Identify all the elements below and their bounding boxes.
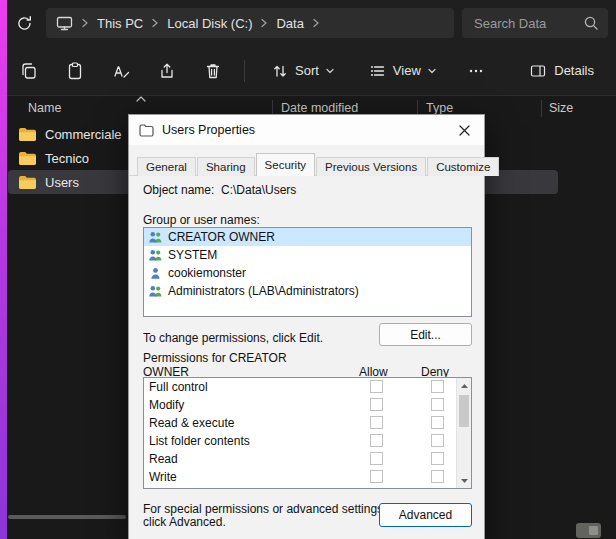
group-name: CREATOR OWNER (168, 230, 275, 244)
allow-checkbox[interactable] (370, 380, 383, 393)
details-panel-icon (529, 62, 547, 80)
permission-name: Read (149, 452, 178, 466)
group-row-administrators[interactable]: Administrators (LAB\Administrators) (144, 282, 471, 300)
user-icon (148, 267, 163, 280)
group-icon (148, 285, 163, 298)
sort-icon (271, 62, 289, 80)
group-icon (148, 249, 163, 262)
file-name: Users (45, 175, 79, 190)
dialog-titlebar[interactable]: Users Properties (129, 115, 484, 145)
group-row-creator-owner[interactable]: CREATOR OWNER (144, 228, 471, 246)
permissions-list[interactable]: Full control Modify Read & execute List … (143, 377, 472, 489)
refresh-icon (16, 15, 33, 32)
edit-hint: To change permissions, click Edit. (143, 331, 323, 345)
column-header-name[interactable]: Name (28, 101, 61, 115)
permission-row-full-control[interactable]: Full control (144, 378, 471, 396)
search-icon (583, 15, 599, 31)
tab-previous-versions[interactable]: Previous Versions (316, 157, 426, 176)
folder-icon (18, 127, 37, 142)
file-name: Commerciale (45, 127, 122, 142)
close-button[interactable] (444, 115, 484, 145)
tab-security[interactable]: Security (256, 153, 316, 176)
close-icon (459, 125, 470, 136)
breadcrumb-data[interactable]: Data (276, 16, 303, 31)
permission-name: Read & execute (149, 416, 234, 430)
explorer-toolbar: Sort View (0, 46, 616, 96)
share-button[interactable] (150, 54, 184, 88)
explorer-topbar: This PC Local Disk (C:) Data (0, 0, 616, 46)
left-accent-strip (0, 0, 7, 539)
column-divider[interactable] (541, 100, 542, 117)
deny-checkbox[interactable] (431, 416, 444, 429)
view-button[interactable]: View (361, 56, 445, 86)
group-name: cookiemonster (168, 266, 246, 280)
object-name-value: C:\Data\Users (221, 183, 296, 197)
deny-checkbox[interactable] (431, 452, 444, 465)
allow-checkbox[interactable] (370, 434, 383, 447)
file-name: Tecnico (45, 151, 89, 166)
permissions-header: Permissions for CREATOR OWNER (143, 351, 293, 379)
column-header-date-modified[interactable]: Date modified (281, 101, 358, 115)
deny-checkbox[interactable] (431, 470, 444, 483)
share-icon (157, 61, 177, 81)
advanced-button[interactable]: Advanced (379, 503, 472, 527)
column-header-size[interactable]: Size (549, 101, 573, 115)
permission-name: Modify (149, 398, 184, 412)
tab-customize[interactable]: Customize (427, 157, 499, 176)
delete-button[interactable] (196, 54, 230, 88)
permission-row-modify[interactable]: Modify (144, 396, 471, 414)
scrollbar-thumb[interactable] (459, 395, 469, 427)
scroll-down-icon[interactable] (457, 473, 471, 488)
more-options-button[interactable] (461, 56, 491, 86)
chevron-right-icon (81, 18, 89, 28)
horizontal-scrollbar-thumb[interactable] (8, 515, 126, 519)
permissions-scrollbar[interactable] (456, 378, 471, 488)
copy-icon (19, 61, 39, 81)
rename-button[interactable] (104, 54, 138, 88)
group-user-list[interactable]: CREATOR OWNER SYSTEM cookiemonster Admin… (143, 227, 472, 317)
sort-label: Sort (295, 63, 319, 78)
group-name: SYSTEM (168, 248, 217, 262)
permission-row-list-folder-contents[interactable]: List folder contents (144, 432, 471, 450)
deny-checkbox[interactable] (431, 380, 444, 393)
trash-icon (203, 61, 223, 81)
paste-button[interactable] (58, 54, 92, 88)
permission-row-write[interactable]: Write (144, 468, 471, 486)
allow-checkbox[interactable] (370, 470, 383, 483)
users-properties-dialog: Users Properties General Sharing Securit… (128, 114, 485, 539)
breadcrumb-local-disk-c[interactable]: Local Disk (C:) (167, 16, 252, 31)
address-bar[interactable]: This PC Local Disk (C:) Data (46, 8, 454, 38)
refresh-button[interactable] (9, 8, 39, 38)
permission-name: Write (149, 470, 177, 484)
toolbar-divider (244, 60, 245, 82)
edit-button[interactable]: Edit... (379, 323, 472, 346)
breadcrumb-this-pc[interactable]: This PC (97, 16, 143, 31)
sort-ascending-icon (136, 96, 146, 102)
sort-button[interactable]: Sort (263, 56, 343, 86)
this-pc-icon (56, 16, 73, 31)
allow-checkbox[interactable] (370, 452, 383, 465)
permission-row-read[interactable]: Read (144, 450, 471, 468)
group-row-system[interactable]: SYSTEM (144, 246, 471, 264)
allow-checkbox[interactable] (370, 398, 383, 411)
permission-name: Full control (149, 380, 208, 394)
allow-checkbox[interactable] (370, 416, 383, 429)
group-row-cookiemonster[interactable]: cookiemonster (144, 264, 471, 282)
deny-checkbox[interactable] (431, 434, 444, 447)
details-button[interactable]: Details (519, 56, 604, 86)
group-list-label: Group or user names: (143, 213, 260, 227)
more-icon (468, 63, 484, 79)
column-header-type[interactable]: Type (426, 101, 453, 115)
search-box[interactable] (462, 8, 608, 38)
permission-row-read-execute[interactable]: Read & execute (144, 414, 471, 432)
tab-sharing[interactable]: Sharing (197, 157, 255, 176)
object-name-label: Object name: (143, 183, 214, 197)
view-label: View (393, 63, 421, 78)
scroll-up-icon[interactable] (457, 378, 471, 393)
paste-icon (65, 61, 85, 81)
deny-checkbox[interactable] (431, 398, 444, 411)
copy-button[interactable] (12, 54, 46, 88)
permission-name: List folder contents (149, 434, 250, 448)
group-icon (148, 231, 163, 244)
tab-general[interactable]: General (137, 157, 196, 176)
